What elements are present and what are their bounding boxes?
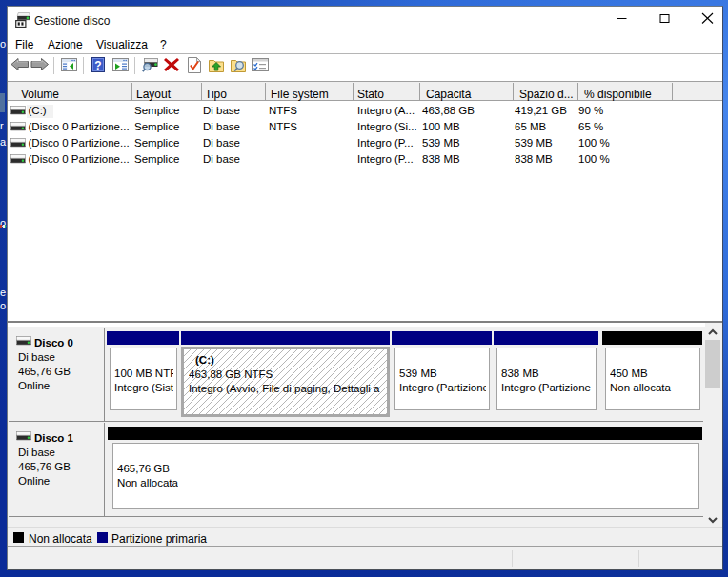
svg-text:?: ? [94, 59, 101, 72]
